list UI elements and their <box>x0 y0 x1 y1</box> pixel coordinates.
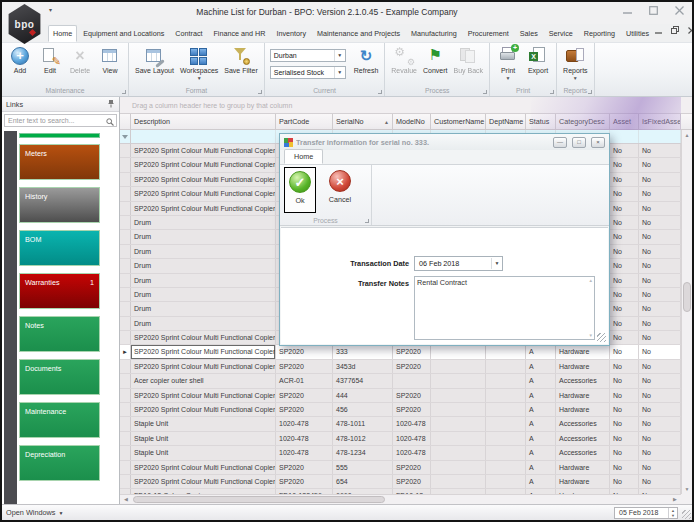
sidebar-item-history[interactable]: History <box>19 187 100 223</box>
column-header-serialno[interactable]: SerialNo▲ <box>333 114 393 129</box>
save-filter-button[interactable]: Save Filter <box>221 44 260 75</box>
quick-access-dropdown-icon[interactable]: ▾ <box>49 6 52 13</box>
column-header-partcode[interactable]: PartCode <box>276 114 333 129</box>
tab-home[interactable]: Home <box>48 25 77 42</box>
serialised-stock-combo[interactable]: Serialised Stock▼ <box>270 66 346 79</box>
pin-icon[interactable] <box>107 99 115 110</box>
transaction-date-combo[interactable]: 06 Feb 2018 ▼ <box>414 256 503 271</box>
search-icon[interactable] <box>104 112 116 130</box>
save-layout-button[interactable]: Save Layout <box>132 44 177 75</box>
tab-procurement[interactable]: Procurement <box>463 25 514 42</box>
vertical-scrollbar[interactable]: ▲ ▼ <box>681 130 692 494</box>
table-row[interactable]: ►SP2020 Sprint Colour Multi Functional C… <box>120 345 681 359</box>
dialog-launcher-icon[interactable] <box>378 90 382 94</box>
column-header-description[interactable]: Description <box>131 114 276 129</box>
open-windows-button[interactable]: Open Windows ▼ <box>6 508 63 517</box>
chevron-down-icon[interactable]: ▼ <box>334 50 345 61</box>
dialog-launcher-icon[interactable] <box>588 90 592 94</box>
scroll-right-icon[interactable]: ▶ <box>670 495 680 504</box>
dialog-tab-home[interactable]: Home <box>284 149 323 164</box>
table-row[interactable]: SP2020 Sprint Colour Multi Functional Co… <box>120 403 681 417</box>
column-header-asset[interactable]: Asset <box>610 114 639 129</box>
table-row[interactable]: SP2020 Sprint Colour Multi Functional Co… <box>120 475 681 489</box>
mdi-close-button[interactable] <box>688 20 694 38</box>
maximize-button[interactable] <box>649 6 658 15</box>
minimize-button[interactable] <box>623 6 632 15</box>
mdi-restore-button[interactable] <box>671 20 679 38</box>
filter-cell-description[interactable] <box>131 130 276 143</box>
tab-equipment-and-locations[interactable]: Equipment and Locations <box>78 25 169 42</box>
print-button[interactable]: +Print▼ <box>493 44 523 81</box>
date-spinner[interactable]: ▲▼ <box>668 508 677 518</box>
reports-button[interactable]: Reports▼ <box>560 44 591 81</box>
mdi-minimize-button[interactable] <box>655 20 662 38</box>
tab-contract[interactable]: Contract <box>170 25 207 42</box>
dialog-launcher-icon[interactable] <box>365 219 369 223</box>
scroll-left-icon[interactable]: ◀ <box>121 495 131 504</box>
transfer-notes-input[interactable]: Rental Contract <box>417 278 585 338</box>
table-row[interactable]: Staple Unit1020-478478-10121020-478AAcce… <box>120 432 681 446</box>
chevron-down-icon[interactable]: ▼ <box>491 258 502 269</box>
window-resize-grip[interactable] <box>682 510 691 519</box>
edit-button[interactable]: ✎Edit <box>35 44 65 75</box>
table-row[interactable]: Acer copier outer shellACR-014377654AAcc… <box>120 374 681 388</box>
tab-utilities[interactable]: Utilities <box>621 25 654 42</box>
cancel-button[interactable]: × Cancel <box>322 167 358 213</box>
horizontal-scrollbar[interactable]: ◀ ▶ <box>120 494 681 504</box>
column-header-isfixedasset[interactable]: IsFixedAsset <box>639 114 681 129</box>
view-button[interactable]: View <box>95 44 125 75</box>
column-header-modelno[interactable]: ModelNo <box>393 114 431 129</box>
ok-button[interactable]: ✓ Ok <box>284 167 316 213</box>
dialog-close-button[interactable]: × <box>591 137 605 148</box>
column-header-deptname[interactable]: DeptName <box>486 114 526 129</box>
sidebar-item-meters[interactable]: Meters <box>19 144 100 180</box>
tab-inventory[interactable]: Inventory <box>271 25 311 42</box>
horizontal-scroll-thumb[interactable] <box>133 496 385 503</box>
search-input[interactable] <box>5 115 104 126</box>
export-button[interactable]: XExport <box>523 44 553 75</box>
durban-combo[interactable]: Durban▼ <box>270 49 346 62</box>
tab-manufacturing[interactable]: Manufacturing <box>406 25 462 42</box>
tab-sales[interactable]: Sales <box>515 25 543 42</box>
add-button[interactable]: +Add <box>5 44 35 75</box>
sidebar-item-notes[interactable]: Notes <box>19 316 100 352</box>
dialog-launcher-icon[interactable] <box>122 90 126 94</box>
sidebar-item-documents[interactable]: Documents <box>19 359 100 395</box>
close-button[interactable] <box>675 6 684 15</box>
column-header-categorydesc[interactable]: CategoryDesc <box>556 114 610 129</box>
tab-reporting[interactable]: Reporting <box>579 25 620 42</box>
table-row[interactable]: SP2020 Sprint Colour Multi Functional Co… <box>120 389 681 403</box>
scroll-down-icon[interactable]: ▼ <box>682 484 692 494</box>
sidebar-item-depreciation[interactable]: Depreciation <box>19 445 100 481</box>
tab-finance-and-hr[interactable]: Finance and HR <box>208 25 270 42</box>
tab-maintenance-and-projects[interactable]: Maintenance and Projects <box>312 25 405 42</box>
sidebar-item-warranties[interactable]: Warranties1 <box>19 273 100 309</box>
vertical-scroll-thumb[interactable] <box>683 282 691 312</box>
status-date-editor[interactable]: 05 Feb 2018 ▲▼ <box>614 507 678 519</box>
table-row[interactable]: SP2020 Sprint Colour Multi Functional Co… <box>120 360 681 374</box>
workspaces-button[interactable]: Workspaces▼ <box>177 44 221 81</box>
dialog-resize-grip[interactable] <box>597 333 606 342</box>
dialog-minimize-button[interactable]: — <box>553 137 567 148</box>
notes-scroll-up-icon[interactable]: ▲ <box>589 278 593 283</box>
scroll-up-icon[interactable]: ▲ <box>682 130 692 140</box>
sidebar-item-bom[interactable]: BOM <box>19 230 100 266</box>
column-header-customername[interactable]: CustomerName <box>431 114 486 129</box>
dialog-launcher-icon[interactable] <box>550 90 554 94</box>
chevron-down-icon[interactable]: ▼ <box>334 67 345 78</box>
dialog-launcher-icon[interactable] <box>258 90 262 94</box>
convert-button[interactable]: ⚑Convert <box>420 44 451 75</box>
table-row[interactable]: Staple Unit1020-478478-10111020-478AAcce… <box>120 417 681 431</box>
sidebar-item-maintenance[interactable]: Maintenance <box>19 402 100 438</box>
filter-cell-isfixedasset[interactable] <box>639 130 681 143</box>
tab-service[interactable]: Service <box>544 25 578 42</box>
table-row[interactable]: SP2020 Sprint Colour Multi Functional Co… <box>120 461 681 475</box>
table-row[interactable]: Staple Unit1020-478478-12341020-478AAcce… <box>120 446 681 460</box>
spin-down-icon[interactable]: ▼ <box>669 513 677 518</box>
group-by-panel[interactable]: Drag a column header here to group by th… <box>120 97 692 114</box>
column-header-status[interactable]: Status <box>526 114 556 129</box>
refresh-button[interactable]: ↻Refresh <box>351 44 382 75</box>
filter-cell-asset[interactable] <box>610 130 639 143</box>
dialog-launcher-icon[interactable] <box>483 90 487 94</box>
notes-scroll-down-icon[interactable]: ▼ <box>589 333 593 338</box>
